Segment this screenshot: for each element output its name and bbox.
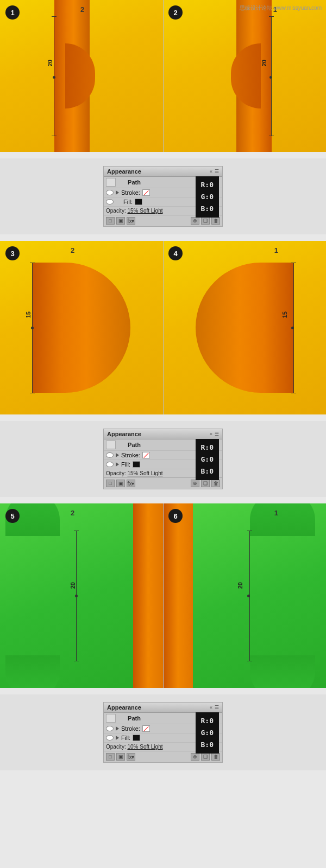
triangle-fill-3 xyxy=(116,736,119,740)
footer-icon-new-2[interactable]: □ xyxy=(106,480,115,487)
diagram-step-5: 5 2 20 xyxy=(0,503,163,688)
footer-icon-layer-2[interactable]: ▣ xyxy=(116,480,125,487)
stroke-label-1: Stroke: xyxy=(121,189,140,196)
num-label-4: 1 xyxy=(274,246,278,254)
eye-icon-fill-3[interactable] xyxy=(106,735,114,741)
panel-controls-1: « ☰ xyxy=(210,169,219,174)
dim-top-5 xyxy=(74,531,79,531)
fill-label-2: Fill: xyxy=(121,461,130,468)
panel-menu-btn[interactable]: ☰ xyxy=(215,169,219,174)
stroke-swatch-2 xyxy=(142,452,150,458)
footer-icon-dup-3[interactable]: ❑ xyxy=(201,753,210,761)
step-badge-3: 3 xyxy=(5,246,20,260)
green-cap-bot-5 xyxy=(5,655,60,688)
dot-3a xyxy=(31,327,34,329)
dim-label-6: 20 xyxy=(237,582,243,589)
num-label-1: 2 xyxy=(80,5,84,14)
panel-controls-2: « ☰ xyxy=(210,431,219,437)
dim-line-top-1 xyxy=(52,16,57,17)
footer-icon-layer-1[interactable]: ▣ xyxy=(116,217,125,225)
path-thumbnail-1 xyxy=(106,178,116,187)
path-thumbnail-2 xyxy=(106,441,116,449)
fill-swatch-1 xyxy=(135,199,142,205)
footer-icon-fx-3[interactable]: fx▾ xyxy=(127,753,135,761)
panel-controls-3: « ☰ xyxy=(210,705,219,710)
half-divider-3 xyxy=(163,503,164,688)
rgb-display-1: R:0 G:0 B:0 xyxy=(196,176,219,218)
stroke-label-2: Stroke: xyxy=(121,452,140,458)
num-label-5: 2 xyxy=(71,509,74,517)
stroke-label-3: Stroke: xyxy=(121,725,140,732)
eye-icon-stroke-3[interactable] xyxy=(106,726,114,731)
footer-icon-del-2[interactable]: ⊗ xyxy=(191,480,199,487)
half-divider-2 xyxy=(163,241,164,414)
half-divider-1 xyxy=(163,0,164,152)
dot-2a xyxy=(269,76,272,79)
footer-icon-layer-3[interactable]: ▣ xyxy=(116,753,125,761)
step-badge-5: 5 xyxy=(5,509,20,523)
green-cap-bot-6 xyxy=(250,655,315,688)
eye-icon-stroke-1[interactable] xyxy=(106,190,114,195)
diagram-step-2: 2 1 20 xyxy=(163,0,326,152)
panel-menu-btn-2[interactable]: ☰ xyxy=(215,431,219,437)
footer-icon-new-3[interactable]: □ xyxy=(106,753,115,761)
dim-label-1: 20 xyxy=(47,60,53,66)
footer-icon-trash-3[interactable]: 🗑 xyxy=(211,753,220,761)
dim-label-2: 20 xyxy=(261,60,267,66)
fill-label-1: Fill: xyxy=(123,199,133,205)
panel-path-row-2: Path R:0 G:0 B:0 xyxy=(104,439,222,451)
panel-collapse-btn[interactable]: « xyxy=(210,169,212,174)
dim-line-bot-2 xyxy=(269,136,274,136)
panel-header-1: Appearance « ☰ xyxy=(104,167,222,177)
triangle-fill-2 xyxy=(116,462,119,467)
panel-wrapper-1: Appearance « ☰ Path R:0 G:0 B:0 Stroke: xyxy=(0,158,326,234)
appearance-panel-1: Appearance « ☰ Path R:0 G:0 B:0 Stroke: xyxy=(103,166,223,227)
footer-icon-trash-2[interactable]: 🗑 xyxy=(211,480,220,487)
diagram-step-6: 6 1 20 xyxy=(163,503,326,688)
dim-top-6 xyxy=(247,531,252,531)
opacity-value-3[interactable]: 10% Soft Light xyxy=(127,744,162,750)
panel-wrapper-3: Appearance « ☰ Path R:0 G:0 B:0 Stroke: xyxy=(0,694,326,770)
section-1: 1 2 20 2 xyxy=(0,0,326,152)
panel-collapse-btn-2[interactable]: « xyxy=(210,431,212,437)
dim-bot-3 xyxy=(30,393,35,393)
eye-icon-fill-2[interactable] xyxy=(106,462,114,467)
fill-label-3: Fill: xyxy=(121,735,130,741)
section-2: 3 2 15 4 1 xyxy=(0,241,326,414)
dot-4a xyxy=(291,327,294,329)
dim-bot-4 xyxy=(291,393,296,393)
stroke-swatch-3 xyxy=(142,725,150,732)
num-label-6: 1 xyxy=(274,509,278,517)
footer-icon-dup-2[interactable]: ❑ xyxy=(201,480,210,487)
dim-label-3: 15 xyxy=(25,311,32,318)
panel-title-1: Appearance xyxy=(107,168,141,175)
appearance-panel-3: Appearance « ☰ Path R:0 G:0 B:0 Stroke: xyxy=(103,702,223,763)
footer-icon-fx-1[interactable]: fx▾ xyxy=(127,217,135,225)
footer-icon-trash-1[interactable]: 🗑 xyxy=(211,217,220,225)
panel-path-row-1: Path R:0 G:0 B:0 xyxy=(104,177,222,188)
footer-icon-dup-1[interactable]: ❑ xyxy=(201,217,210,225)
footer-icon-del-1[interactable]: ⊗ xyxy=(191,217,199,225)
dim-top-4 xyxy=(291,263,296,263)
dim-bot-6 xyxy=(247,661,252,661)
rgb-display-3: R:0 G:0 B:0 xyxy=(196,712,219,754)
opacity-value-2[interactable]: 15% Soft Light xyxy=(127,470,162,476)
footer-icon-fx-2[interactable]: fx▾ xyxy=(127,480,135,487)
panel-header-3: Appearance « ☰ xyxy=(104,703,222,713)
eye-icon-fill-1[interactable] xyxy=(106,199,114,205)
panel-menu-btn-3[interactable]: ☰ xyxy=(215,705,219,710)
panel-collapse-btn-3[interactable]: « xyxy=(210,705,212,710)
triangle-stroke-3 xyxy=(116,726,119,731)
footer-icon-new-1[interactable]: □ xyxy=(106,217,115,225)
dim-bot-5 xyxy=(74,661,79,661)
footer-icon-del-3[interactable]: ⊗ xyxy=(191,753,199,761)
panel-path-row-3: Path R:0 G:0 B:0 xyxy=(104,713,222,724)
opacity-value-1[interactable]: 15% Soft Light xyxy=(127,208,162,214)
step-badge-4: 4 xyxy=(168,246,183,260)
dot-6a xyxy=(247,595,250,597)
diagram-row-1: 1 2 20 2 xyxy=(0,0,326,152)
eye-icon-stroke-2[interactable] xyxy=(106,452,114,458)
fill-swatch-3 xyxy=(133,735,140,741)
panel-title-3: Appearance xyxy=(107,704,141,711)
orange-bar-5 xyxy=(133,503,163,688)
